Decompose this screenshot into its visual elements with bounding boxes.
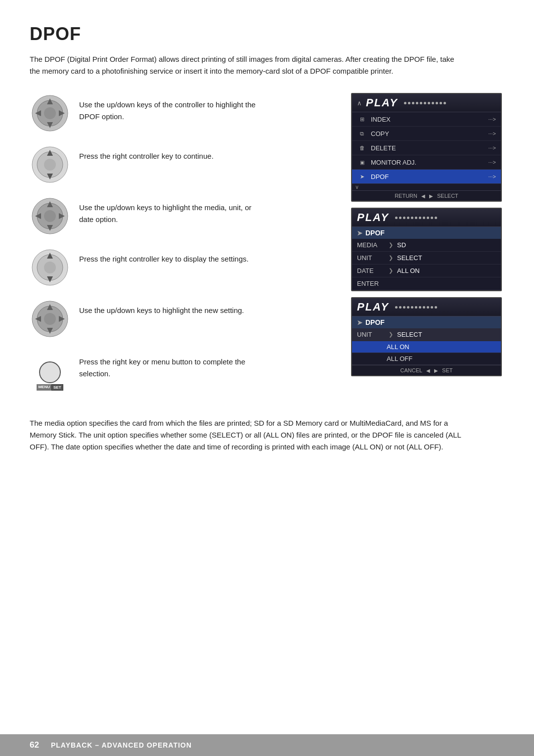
dot [403, 306, 405, 309]
instruction-text-4: Press the right controller key to displa… [79, 247, 249, 265]
instruction-text-3: Use the up/down keys to highlight the me… [79, 196, 267, 225]
dot [423, 306, 425, 309]
monitor-label: MONITOR ADJ. [371, 159, 484, 166]
set-label: SET [51, 384, 63, 391]
ui-screen1-header: ∧ PLAY [352, 94, 501, 112]
footer-right-arrow: ▶ [429, 193, 433, 199]
dot [431, 306, 433, 309]
unit-value-3: SELECT [397, 331, 422, 338]
ui-screen3-dots [395, 306, 437, 309]
unit-arrow-3: ❯ [389, 331, 393, 338]
dot [395, 217, 398, 219]
instruction-text-6: Press the right key or menu button to co… [79, 350, 267, 380]
dot [431, 217, 433, 219]
dot [407, 306, 409, 309]
page-content: DPOF The DPOF (Digital Print Order Forma… [0, 0, 534, 453]
dot [427, 217, 429, 219]
submenu-media: MEDIA ❯ SD [352, 239, 501, 252]
dot [435, 217, 437, 219]
delete-label: DELETE [371, 144, 484, 152]
dot [411, 217, 413, 219]
index-arrow: ···> [488, 116, 496, 122]
footer-text-2: SELECT [437, 193, 458, 199]
ui-screen1-footer: RETURN ◀ ▶ SELECT [352, 190, 501, 201]
ui-screen2-subheader: ➤ DPOF [352, 227, 501, 239]
footer-cancel: CANCEL [400, 367, 422, 373]
svg-point-9 [44, 159, 56, 171]
unit-label: UNIT [357, 254, 387, 262]
ui-screen-1: ∧ PLAY [351, 93, 502, 202]
delete-icon: 🗑 [357, 143, 367, 152]
dot [444, 102, 446, 104]
date-value: ALL ON [397, 267, 420, 274]
instruction-row-1: Use the up/down keys of the controller t… [30, 93, 335, 133]
bottom-paragraph: The media option specifies the card from… [30, 417, 465, 453]
ui-screenshots: ∧ PLAY [351, 93, 504, 401]
footer-right-tri: ▶ [434, 368, 438, 373]
option-all-off: ALL OFF [352, 353, 501, 365]
controller-icon-1 [30, 93, 70, 133]
ui-screen3-subheader: ➤ DPOF [352, 316, 501, 328]
instruction-text-5: Use the up/down keys to highlight the ne… [79, 299, 244, 316]
submenu-unit: UNIT ❯ SELECT [352, 252, 501, 265]
footer-page-number: 62 [30, 740, 39, 750]
dpof-label: DPOF [371, 173, 484, 180]
delete-arrow: ···> [488, 145, 496, 151]
dpof-icon: ➤ [357, 172, 367, 181]
menu-label: MENU [37, 384, 51, 391]
instruction-row-5: Use the up/down keys to highlight the ne… [30, 299, 335, 339]
footer-section-label: PLAYBACK – ADVANCED OPERATION [51, 741, 192, 749]
controller-icon-3 [30, 196, 70, 236]
dot [428, 102, 430, 104]
instruction-text-1: Use the up/down keys of the controller t… [79, 93, 267, 123]
instruction-row-6: MENUSET Press the right key or menu butt… [30, 350, 335, 391]
ui-screen3-title: PLAY [357, 301, 389, 313]
monitor-icon: ▣ [357, 158, 367, 167]
controller-icon-4 [30, 247, 70, 288]
svg-point-2 [44, 107, 56, 119]
screen2-dpof-label: DPOF [365, 229, 385, 237]
menu-item-index: ⊞ INDEX ···> [352, 112, 501, 127]
dot [412, 102, 414, 104]
media-value: SD [397, 241, 406, 249]
controller-icon-5 [30, 299, 70, 339]
unit-label-3: UNIT [357, 331, 387, 338]
submenu-enter: ENTER [352, 277, 501, 290]
main-area: Use the up/down keys of the controller t… [30, 93, 504, 401]
instruction-row-3: Use the up/down keys to highlight the me… [30, 196, 335, 236]
copy-label: COPY [371, 130, 484, 137]
dot [408, 102, 410, 104]
instructions-list: Use the up/down keys of the controller t… [30, 93, 335, 401]
dot [419, 217, 421, 219]
copy-arrow: ···> [488, 131, 496, 136]
footer-set: SET [442, 367, 452, 373]
menu-circle [39, 361, 61, 383]
intro-paragraph: The DPOF (Digital Print Order Format) al… [30, 53, 465, 77]
dot [424, 102, 426, 104]
date-label: DATE [357, 267, 387, 274]
dot [423, 217, 425, 219]
instruction-text-2: Press the right controller key to contin… [79, 144, 214, 162]
ui-screen2-title: PLAY [357, 211, 389, 224]
screen3-dpof-label: DPOF [365, 318, 385, 326]
copy-icon: ⧉ [357, 129, 367, 138]
dot [416, 102, 418, 104]
dot [440, 102, 442, 104]
menu-item-copy: ⧉ COPY ···> [352, 127, 501, 141]
dot [415, 306, 417, 309]
dpof-arrow: ···> [488, 174, 496, 179]
ui-screen3-header: PLAY [352, 298, 501, 316]
submenu-date: DATE ❯ ALL ON [352, 265, 501, 277]
dot [407, 217, 409, 219]
dot [399, 217, 401, 219]
dot [420, 102, 422, 104]
svg-point-21 [44, 262, 56, 273]
unit-arrow: ❯ [389, 255, 393, 261]
ui-screen-2: PLAY ➤ [351, 208, 502, 291]
ui-screen2-dots [395, 217, 437, 219]
option-all-on: ALL ON [352, 341, 501, 353]
svg-point-26 [44, 313, 56, 325]
dot [403, 217, 405, 219]
footer-bar: 62 PLAYBACK – ADVANCED OPERATION [0, 734, 534, 756]
instruction-row-2: Press the right controller key to contin… [30, 144, 335, 185]
